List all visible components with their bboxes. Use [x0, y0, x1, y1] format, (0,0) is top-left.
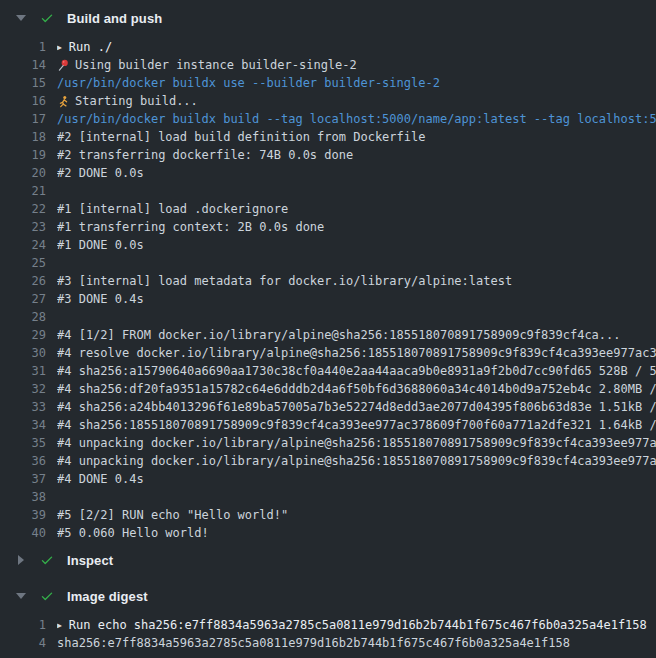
- line-content: /usr/bin/docker buildx build --tag local…: [57, 112, 656, 126]
- line-content: #5 [2/2] RUN echo "Hello world!": [57, 508, 656, 522]
- log-group-title: Build and push: [67, 11, 162, 26]
- log-line: 40#5 0.060 Hello world!: [0, 524, 656, 542]
- line-text: #4 sha256:df20fa9351a15782c64e6dddb2d4a6…: [57, 382, 656, 396]
- line-number[interactable]: 1: [0, 40, 46, 54]
- log-group-header-build-and-push[interactable]: Build and push: [0, 0, 656, 36]
- line-content[interactable]: ▶Run ./: [57, 40, 656, 54]
- line-content: #2 transferring dockerfile: 74B 0.0s don…: [57, 148, 656, 162]
- line-text: #4 sha256:a24bb4013296f61e89ba57005a7b3e…: [57, 400, 656, 414]
- line-text: /usr/bin/docker buildx build --tag local…: [57, 112, 656, 126]
- line-number[interactable]: 35: [0, 436, 46, 450]
- line-text: #4 unpacking docker.io/library/alpine@sh…: [57, 454, 656, 468]
- line-text: #2 transferring dockerfile: 74B 0.0s don…: [57, 148, 353, 162]
- line-content: #2 [internal] load build definition from…: [57, 130, 656, 144]
- line-number[interactable]: 30: [0, 346, 46, 360]
- line-content: #4 resolve docker.io/library/alpine@sha2…: [57, 346, 656, 360]
- log-line: 32#4 sha256:df20fa9351a15782c64e6dddb2d4…: [0, 380, 656, 398]
- line-number[interactable]: 40: [0, 526, 46, 540]
- line-content: #4 sha256:df20fa9351a15782c64e6dddb2d4a6…: [57, 382, 656, 396]
- line-number[interactable]: 23: [0, 220, 46, 234]
- line-number[interactable]: 27: [0, 292, 46, 306]
- log-group-image-digest: Image digest1▶Run echo sha256:e7ff8834a5…: [0, 578, 656, 652]
- line-number[interactable]: 21: [0, 184, 46, 198]
- line-content: #4 sha256:a15790640a6690aa1730c38cf0a440…: [57, 364, 656, 378]
- log-line: 23#1 transferring context: 2B 0.0s done: [0, 218, 656, 236]
- line-content: Starting build...: [57, 94, 656, 108]
- log-line: 26#3 [internal] load metadata for docker…: [0, 272, 656, 290]
- line-number[interactable]: 31: [0, 364, 46, 378]
- line-text: #1 transferring context: 2B 0.0s done: [57, 220, 324, 234]
- line-text: #2 DONE 0.0s: [57, 166, 144, 180]
- line-content: #4 [1/2] FROM docker.io/library/alpine@s…: [57, 328, 656, 342]
- line-number[interactable]: 17: [0, 112, 46, 126]
- workflow-log: Build and push1▶Run ./14Using builder in…: [0, 0, 656, 652]
- log-line: 27#3 DONE 0.4s: [0, 290, 656, 308]
- log-line: 24#1 DONE 0.0s: [0, 236, 656, 254]
- line-number[interactable]: 24: [0, 238, 46, 252]
- success-check-icon: [40, 589, 54, 603]
- log-lines-build-and-push: 1▶Run ./14Using builder instance builder…: [0, 38, 656, 542]
- line-number[interactable]: 20: [0, 166, 46, 180]
- log-line: 17/usr/bin/docker buildx build --tag loc…: [0, 110, 656, 128]
- line-text: Starting build...: [75, 94, 198, 108]
- line-number[interactable]: 29: [0, 328, 46, 342]
- log-line: 33#4 sha256:a24bb4013296f61e89ba57005a7b…: [0, 398, 656, 416]
- line-content: #5 0.060 Hello world!: [57, 526, 656, 540]
- line-number[interactable]: 4: [0, 636, 46, 650]
- line-content: sha256:e7ff8834a5963a2785c5a0811e979d16b…: [57, 636, 656, 650]
- log-group-header-inspect[interactable]: Inspect: [0, 542, 656, 578]
- line-content[interactable]: ▶Run echo sha256:e7ff8834a5963a2785c5a08…: [57, 618, 656, 632]
- line-text: Using builder instance builder-single-2: [75, 58, 357, 72]
- log-line: 38: [0, 488, 656, 506]
- line-text: #4 DONE 0.4s: [57, 472, 144, 486]
- line-number[interactable]: 19: [0, 148, 46, 162]
- line-number[interactable]: 16: [0, 94, 46, 108]
- log-line: 1▶Run echo sha256:e7ff8834a5963a2785c5a0…: [0, 616, 656, 634]
- line-text: #4 sha256:a15790640a6690aa1730c38cf0a440…: [57, 364, 656, 378]
- log-group-title: Inspect: [67, 553, 113, 568]
- log-line: 15/usr/bin/docker buildx use --builder b…: [0, 74, 656, 92]
- line-number[interactable]: 33: [0, 400, 46, 414]
- chevron-down-icon[interactable]: [15, 590, 27, 602]
- log-group-header-image-digest[interactable]: Image digest: [0, 578, 656, 614]
- log-group-inspect: Inspect: [0, 542, 656, 578]
- line-content: /usr/bin/docker buildx use --builder bui…: [57, 76, 656, 90]
- line-number[interactable]: 22: [0, 202, 46, 216]
- success-check-icon: [40, 11, 54, 25]
- line-number[interactable]: 36: [0, 454, 46, 468]
- line-number[interactable]: 14: [0, 58, 46, 72]
- line-number[interactable]: 28: [0, 310, 46, 324]
- line-content: #1 DONE 0.0s: [57, 238, 656, 252]
- line-number[interactable]: 34: [0, 418, 46, 432]
- line-number[interactable]: 15: [0, 76, 46, 90]
- chevron-down-icon[interactable]: [15, 12, 27, 24]
- line-text: sha256:e7ff8834a5963a2785c5a0811e979d16b…: [57, 636, 570, 650]
- expand-arrow-icon[interactable]: ▶: [57, 620, 62, 629]
- line-content: Using builder instance builder-single-2: [57, 58, 656, 72]
- chevron-right-icon[interactable]: [15, 554, 27, 566]
- expand-arrow-icon[interactable]: ▶: [57, 42, 62, 51]
- line-number[interactable]: 39: [0, 508, 46, 522]
- line-content: #3 DONE 0.4s: [57, 292, 656, 306]
- line-content: #4 DONE 0.4s: [57, 472, 656, 486]
- success-check-icon: [40, 553, 54, 567]
- line-number[interactable]: 1: [0, 618, 46, 632]
- log-line: 20#2 DONE 0.0s: [0, 164, 656, 182]
- log-line: 36#4 unpacking docker.io/library/alpine@…: [0, 452, 656, 470]
- line-text: #4 unpacking docker.io/library/alpine@sh…: [57, 436, 656, 450]
- line-text: #3 [internal] load metadata for docker.i…: [57, 274, 512, 288]
- line-number[interactable]: 32: [0, 382, 46, 396]
- line-number[interactable]: 37: [0, 472, 46, 486]
- log-line: 30#4 resolve docker.io/library/alpine@sh…: [0, 344, 656, 362]
- line-content: #1 [internal] load .dockerignore: [57, 202, 656, 216]
- line-content: #4 sha256:185518070891758909c9f839cf4ca3…: [57, 418, 656, 432]
- line-content: #1 transferring context: 2B 0.0s done: [57, 220, 656, 234]
- line-content: #4 unpacking docker.io/library/alpine@sh…: [57, 454, 656, 468]
- line-number[interactable]: 26: [0, 274, 46, 288]
- line-number[interactable]: 18: [0, 130, 46, 144]
- line-text: Run ./: [69, 40, 112, 54]
- line-number[interactable]: 25: [0, 256, 46, 270]
- line-number[interactable]: 38: [0, 490, 46, 504]
- line-text: #4 sha256:185518070891758909c9f839cf4ca3…: [57, 418, 656, 432]
- log-line: 21: [0, 182, 656, 200]
